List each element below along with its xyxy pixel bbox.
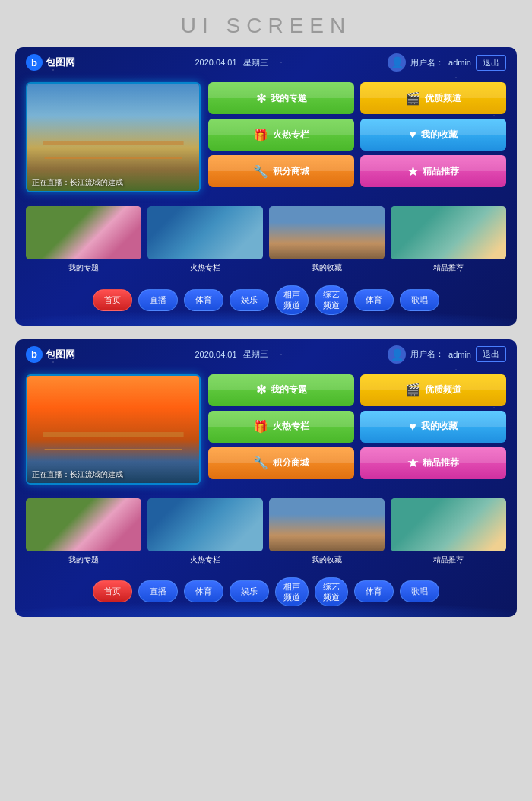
video-caption-1: 正在直播：长江流域的建成: [32, 177, 195, 188]
nav-btn-entertainment-1[interactable]: 娱乐: [230, 289, 269, 311]
video-image-2: [27, 376, 199, 483]
menu-btn-zhuanti-1[interactable]: ✼ 我的专题: [208, 82, 354, 114]
avatar-1: 👤: [388, 53, 406, 72]
menu-col-left-2: ✼ 我的专题 🎁 火热专栏 🔧 积分商城: [208, 374, 354, 485]
nav-btn-home-1[interactable]: 首页: [93, 289, 132, 311]
nav-btn-xiangsheng-2[interactable]: 相声频道: [275, 577, 309, 607]
menu-btn-zhuanlan-1[interactable]: 🎁 火热专栏: [208, 119, 354, 151]
header-center-1: 2020.04.01 星期三: [75, 57, 388, 68]
menu-col-right-1: 🎬 优质频道 ♥ 我的收藏 ★ 精品推荐: [360, 82, 506, 192]
header-center-2: 2020.04.01 星期三: [75, 348, 388, 360]
thumb-img-8: [391, 498, 506, 551]
logo-icon-1: b: [26, 54, 43, 71]
nav-bar-2: 首页 直播 体育 娱乐 相声频道 综艺频道 体育 歌唱: [15, 571, 517, 618]
menu-label-shangcheng-1: 积分商城: [273, 165, 309, 178]
menu-icon-zhuanti-1: ✼: [256, 91, 266, 106]
weekday-1: 星期三: [243, 57, 268, 68]
menu-label-zhuanlan-2: 火热专栏: [273, 420, 309, 433]
nav-btn-singing-1[interactable]: 歌唱: [400, 289, 439, 311]
menu-icon-jingpin-2: ★: [407, 456, 418, 470]
avatar-2: 👤: [388, 345, 406, 364]
thumb-label-5: 我的专题: [26, 555, 141, 565]
menu-label-zhuanlan-1: 火热专栏: [273, 129, 309, 141]
menu-icon-zhuanti-2: ✼: [256, 383, 266, 397]
page-title: UI SCREEN: [181, 0, 351, 47]
menu-btn-jingpin-2[interactable]: ★ 精品推荐: [360, 447, 506, 479]
menu-btn-zhuanlan-2[interactable]: 🎁 火热专栏: [208, 411, 354, 443]
video-panel-1: 正在直播：长江流域的建成: [26, 82, 201, 192]
username-1: admin: [448, 58, 471, 67]
video-caption-2: 正在直播：长江流域的建成: [32, 469, 195, 480]
video-panel-2: 正在直播：长江流域的建成: [26, 374, 201, 485]
video-frame-2: 正在直播：长江流域的建成: [26, 374, 201, 485]
video-frame-1: 正在直播：长江流域的建成: [26, 82, 201, 192]
menu-label-shoucang-2: 我的收藏: [421, 420, 458, 433]
menu-btn-shangcheng-1[interactable]: 🔧 积分商城: [208, 155, 354, 187]
thumb-item-3[interactable]: 我的收藏: [269, 206, 385, 273]
menu-icon-shoucang-1: ♥: [409, 128, 416, 141]
logo-text-1: 包图网: [46, 56, 75, 69]
menu-btn-pindao-1[interactable]: 🎬 优质频道: [360, 82, 506, 114]
thumb-label-1: 我的专题: [26, 262, 141, 273]
tv-screen-2: b 包图网 2020.04.01 星期三 👤 用户名： admin 退出 正在直…: [15, 339, 517, 618]
weekday-2: 星期三: [243, 348, 268, 360]
nav-btn-home-2[interactable]: 首页: [93, 580, 132, 602]
thumb-label-2: 火热专栏: [147, 262, 263, 273]
thumb-item-6[interactable]: 火热专栏: [147, 498, 263, 565]
menu-btn-shangcheng-2[interactable]: 🔧 积分商城: [208, 447, 354, 479]
nav-btn-live-2[interactable]: 直播: [138, 580, 178, 602]
menu-label-zhuanti-1: 我的专题: [271, 92, 307, 105]
thumb-item-8[interactable]: 精品推荐: [391, 498, 506, 565]
main-content-2: 正在直播：长江流域的建成 ✼ 我的专题 🎁 火热专栏 🔧 积分商城: [15, 370, 517, 492]
thumb-img-7: [269, 498, 385, 551]
thumb-label-6: 火热专栏: [147, 555, 263, 565]
nav-btn-live-1[interactable]: 直播: [138, 289, 178, 311]
nav-btn-sports2-2[interactable]: 体育: [354, 580, 394, 602]
thumb-item-5[interactable]: 我的专题: [26, 498, 141, 565]
logo-1: b 包图网: [26, 54, 75, 71]
thumb-item-2[interactable]: 火热专栏: [147, 206, 263, 273]
menu-btn-shoucang-2[interactable]: ♥ 我的收藏: [360, 411, 506, 443]
menu-icon-shoucang-2: ♥: [409, 420, 416, 434]
menu-icon-zhuanlan-2: 🎁: [253, 419, 268, 434]
thumb-item-1[interactable]: 我的专题: [26, 206, 141, 273]
menu-btn-jingpin-1[interactable]: ★ 精品推荐: [360, 155, 506, 187]
nav-btn-sports2-1[interactable]: 体育: [354, 289, 394, 311]
logo-2: b 包图网: [26, 346, 75, 363]
menu-btn-zhuanti-2[interactable]: ✼ 我的专题: [208, 374, 354, 406]
header-right-1: 👤 用户名： admin 退出: [388, 53, 506, 72]
menu-icon-zhuanlan-1: 🎁: [253, 128, 268, 142]
thumbnails-row-2: 我的专题 火热专栏 我的收藏 精品推荐: [15, 492, 517, 571]
logo-icon-2: b: [26, 346, 43, 363]
thumbnails-row-1: 我的专题 火热专栏 我的收藏 精品推荐: [15, 200, 517, 279]
menu-icon-shangcheng-1: 🔧: [253, 164, 268, 179]
thumb-img-1: [26, 206, 141, 259]
nav-btn-xiangsheng-1[interactable]: 相声频道: [275, 285, 309, 315]
thumb-item-4[interactable]: 精品推荐: [391, 206, 506, 273]
thumb-img-2: [147, 206, 263, 259]
nav-btn-sports-2[interactable]: 体育: [184, 580, 223, 602]
thumb-label-8: 精品推荐: [391, 555, 506, 565]
thumb-label-7: 我的收藏: [269, 555, 385, 565]
menu-label-jingpin-2: 精品推荐: [423, 456, 459, 469]
nav-btn-sports-1[interactable]: 体育: [184, 289, 223, 311]
exit-button-2[interactable]: 退出: [476, 346, 506, 362]
nav-btn-zongyi-1[interactable]: 综艺频道: [315, 285, 348, 315]
nav-bar-1: 首页 直播 体育 娱乐 相声频道 综艺频道 体育 歌唱: [15, 279, 517, 326]
main-content-1: 正在直播：长江流域的建成 ✼ 我的专题 🎁 火热专栏 🔧 积分商城: [15, 78, 517, 200]
menu-icon-pindao-2: 🎬: [405, 383, 420, 397]
nav-btn-zongyi-2[interactable]: 综艺频道: [315, 577, 348, 607]
header-1: b 包图网 2020.04.01 星期三 👤 用户名： admin 退出: [15, 47, 517, 78]
user-label-2: 用户名：: [410, 348, 444, 360]
thumb-item-7[interactable]: 我的收藏: [269, 498, 385, 565]
menu-col-left-1: ✼ 我的专题 🎁 火热专栏 🔧 积分商城: [208, 82, 354, 192]
video-image-1: [27, 84, 199, 191]
menu-btn-pindao-2[interactable]: 🎬 优质频道: [360, 374, 506, 406]
nav-btn-singing-2[interactable]: 歌唱: [400, 580, 439, 602]
nav-btn-entertainment-2[interactable]: 娱乐: [230, 580, 269, 602]
exit-button-1[interactable]: 退出: [476, 55, 506, 71]
date-2: 2020.04.01: [195, 350, 236, 359]
menu-grid-1: ✼ 我的专题 🎁 火热专栏 🔧 积分商城 🎬 优质频道: [208, 82, 506, 192]
menu-btn-shoucang-1[interactable]: ♥ 我的收藏: [360, 119, 506, 151]
thumb-img-6: [147, 498, 263, 551]
